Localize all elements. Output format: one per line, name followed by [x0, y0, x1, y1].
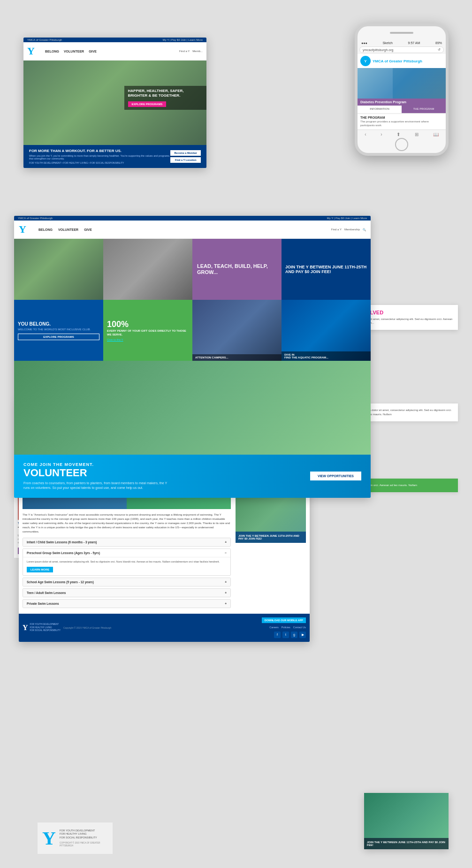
- s2-membership[interactable]: Membership: [344, 228, 360, 231]
- nav-give[interactable]: GIVE: [89, 50, 97, 53]
- s2-explore-btn[interactable]: Explore Programs: [18, 334, 99, 340]
- s3-copyright: Copyright © 2015 YMCA of Greater Pittsbu…: [63, 626, 111, 629]
- s2-join-heading: JOIN THE Y BETWEEN JUNE 11TH-25TH AND PA…: [285, 265, 367, 274]
- phone-ymca-title: YMCA of Greater Pittsburgh: [373, 59, 422, 63]
- s2-you-belong-content: YOU BELONG. WELCOME TO THE WORLD'S MOST …: [14, 300, 103, 361]
- footer-policies[interactable]: Policies: [282, 626, 290, 629]
- s1-blue-section: FOR MORE THAN A WORKOUT. FOR A BETTER US…: [23, 145, 206, 168]
- nav-volunteer[interactable]: VOLUNTEER: [64, 50, 84, 53]
- view-opportunities-button[interactable]: VIEW OPPORTUNITIES: [310, 472, 361, 480]
- s3-accordion-3-icon: +: [225, 580, 227, 584]
- s2-ymca-y-letter: Y: [19, 223, 26, 236]
- phone-signal: ●●●: [361, 41, 367, 45]
- tab-information[interactable]: INFORMATION: [358, 106, 402, 113]
- forward-icon[interactable]: ›: [381, 132, 382, 137]
- bookmarks-icon[interactable]: 📖: [433, 132, 439, 137]
- s2-join-cell: JOIN THE Y BETWEEN JUNE 11TH-25TH AND PA…: [282, 239, 371, 300]
- s3-accordion-4-icon: +: [225, 591, 227, 594]
- s2-navbar: Y BELONG VOLUNTEER GIVE Find a Y Members…: [14, 221, 371, 239]
- s2-percent-content: 100% EVERY PENNY OF YOUR GIFT GOES DIREC…: [103, 300, 192, 361]
- learn-more-button[interactable]: LEARN MORE: [27, 567, 53, 572]
- back-icon[interactable]: ‹: [365, 132, 366, 137]
- s1-hero-overlay: HAPPIER, HEALTHIER, SAFER, BRIGHTER & BE…: [124, 86, 207, 110]
- phone-section-title: THE PROGRAM: [360, 116, 443, 119]
- phone-url-bar[interactable]: ymcaofpittsburgh.org ↺: [359, 46, 444, 53]
- s2-nav-belong[interactable]: BELONG: [38, 228, 53, 231]
- s2-campers-text: ATTENTION CAMPERS...: [195, 356, 279, 359]
- s1-tagline: FOR YOUTH DEVELOPMENT • FOR HEALTHY LIVI…: [29, 161, 170, 164]
- phone-hero-image: [358, 68, 446, 99]
- ymca-footer-logo: Y FOR YOUTH DEVELOPMENT FOR HEALTHY LIVI…: [38, 822, 113, 854]
- s2-topbar-actions: My Y | Pay $0 Join | Learn More: [327, 217, 367, 220]
- s3-accordion-1-icon: +: [225, 541, 227, 544]
- s1-topbar: YMCA of Greater Pittsburgh My Y | Pay $0…: [23, 38, 206, 42]
- facebook-icon[interactable]: f: [274, 632, 281, 638]
- s2-nav-volunteer[interactable]: VOLUNTEER: [58, 228, 78, 231]
- s2-percent-number: 100%: [107, 320, 189, 329]
- phone-body-text: THE PROGRAM The program provides a suppo…: [358, 114, 446, 129]
- s1-blue-heading: FOR MORE THAN A WORKOUT. FOR A BETTER US…: [29, 149, 170, 153]
- s1-blue-sub: When you join the Y, you're committing t…: [29, 154, 170, 160]
- s3-accordion-4-header[interactable]: Teen / Adult Swim Lessons +: [23, 589, 230, 597]
- phone-tabs: INFORMATION THE PROGRAM: [358, 106, 446, 114]
- s3-footer-tag1: FOR YOUTH DEVELOPMENT: [30, 623, 61, 626]
- s3-footer-right: DOWNLOAD OUR MOBILE APP Careers Policies…: [262, 617, 306, 638]
- s2-volunteer-come: COME JOIN THE MOVEMENT.: [23, 462, 174, 467]
- s3-accordion-1-header[interactable]: Infant / Child Swim Lessons (6 months - …: [23, 538, 230, 546]
- s3-sidebar-img-overlay: JOIN THE Y BETWEEN JUNE 11TH-25TH AND PA…: [236, 532, 306, 543]
- phone-mockup: ●●● Sketch 9:57 AM 89% ymcaofpittsburgh.…: [355, 23, 449, 156]
- screenshot-desktop-2: YMCA of Greater Pittsburgh My Y | Pay $0…: [14, 216, 371, 498]
- youtube-icon[interactable]: ▶: [299, 632, 306, 638]
- s2-give-link[interactable]: Give to the Y: [107, 338, 189, 341]
- s3-footer-logo: Y FOR YOUTH DEVELOPMENT FOR HEALTHY LIVI…: [23, 623, 61, 632]
- phone-section-body: The program provides a supportive enviro…: [360, 120, 443, 128]
- s2-nav-give[interactable]: GIVE: [84, 228, 92, 231]
- google-icon[interactable]: g: [291, 632, 297, 638]
- find-y-link[interactable]: Find a Y: [179, 50, 190, 53]
- phone-status-bar: ●●● Sketch 9:57 AM 89%: [358, 40, 446, 46]
- s2-find-y[interactable]: Find a Y: [331, 228, 342, 231]
- phone-home-button[interactable]: [395, 138, 408, 151]
- s2-search-icon[interactable]: 🔍: [363, 228, 366, 231]
- twitter-icon[interactable]: t: [282, 632, 289, 638]
- s3-footer: Y FOR YOUTH DEVELOPMENT FOR HEALTHY LIVI…: [19, 614, 310, 642]
- phone-ymca-logo: Y: [360, 56, 371, 66]
- s3-accordion-3-header[interactable]: School Age Swim Lessons (5 years - 12 ye…: [23, 578, 230, 586]
- s2-volunteer-wrapper: COME JOIN THE MOVEMENT. Volunteer From c…: [14, 361, 371, 498]
- become-member-button[interactable]: Become a Member: [170, 150, 201, 156]
- phone-content: Y YMCA of Greater Pittsburgh Diabetes Pr…: [358, 54, 446, 129]
- s2-join-content: JOIN THE Y BETWEEN JUNE 11TH-25TH AND PA…: [282, 239, 371, 300]
- swim-event-overlay: JOIN THE Y BETWEEN JUNE 11TH-25TH AND PA…: [364, 838, 449, 849]
- explore-programs-button[interactable]: EXPLORE PROGRAMS: [128, 101, 167, 107]
- s3-footer-taglines: FOR YOUTH DEVELOPMENT FOR HEALTHY LIVING…: [30, 623, 61, 632]
- reload-icon[interactable]: ↺: [438, 48, 441, 52]
- membership-link[interactable]: Memb...: [192, 50, 203, 53]
- find-location-button[interactable]: Find a Y Location: [170, 157, 201, 163]
- s2-swim-cell: DIVE IN Find the aquatic program...: [282, 300, 371, 361]
- s2-grid-row2: YOU BELONG. WELCOME TO THE WORLD'S MOST …: [14, 300, 371, 361]
- s1-blue-text: FOR MORE THAN A WORKOUT. FOR A BETTER US…: [29, 149, 170, 164]
- nav-belong[interactable]: BELONG: [45, 50, 59, 53]
- s3-accordion-5-header[interactable]: Private Swim Lessons +: [23, 600, 230, 608]
- tabs-icon[interactable]: ⊞: [415, 132, 419, 137]
- s3-accordion-4-label: Teen / Adult Swim Lessons: [27, 591, 66, 594]
- s2-campers-overlay: ATTENTION CAMPERS...: [192, 354, 282, 361]
- phone-ymca-header: Y YMCA of Greater Pittsburgh: [358, 54, 446, 68]
- s2-purple-heading: LEAD, TEACH, BUILD, HELP, GROW...: [197, 263, 277, 275]
- s2-percent-cell: 100% EVERY PENNY OF YOUR GIFT GOES DIREC…: [103, 300, 192, 361]
- footer-big-y: Y: [42, 827, 56, 849]
- footer-careers[interactable]: Careers: [269, 626, 279, 629]
- phone-url: ymcaofpittsburgh.org: [363, 48, 393, 52]
- s3-accordion-2-header[interactable]: Preschool Group Swim Lessons (Ages 3yrs …: [23, 549, 230, 557]
- screenshot-desktop-1: YMCA of Greater Pittsburgh My Y | Pay $0…: [23, 38, 206, 168]
- ymca-logo: Y: [27, 44, 41, 58]
- s3-accordion-2-label: Preschool Group Swim Lessons (Ages 3yrs …: [27, 551, 100, 555]
- download-app-button[interactable]: DOWNLOAD OUR MOBILE APP: [262, 617, 306, 623]
- phone-battery: 89%: [435, 41, 442, 45]
- tab-the-program[interactable]: THE PROGRAM: [402, 106, 446, 113]
- s2-campers-img: [192, 300, 282, 361]
- s2-volunteer-section: COME JOIN THE MOVEMENT. Volunteer From c…: [14, 455, 371, 498]
- share-icon[interactable]: ⬆: [396, 132, 400, 137]
- footer-contact[interactable]: Contact Us: [293, 626, 306, 629]
- s2-grid-row1: LEAD, TEACH, BUILD, HELP, GROW... JOIN T…: [14, 239, 371, 300]
